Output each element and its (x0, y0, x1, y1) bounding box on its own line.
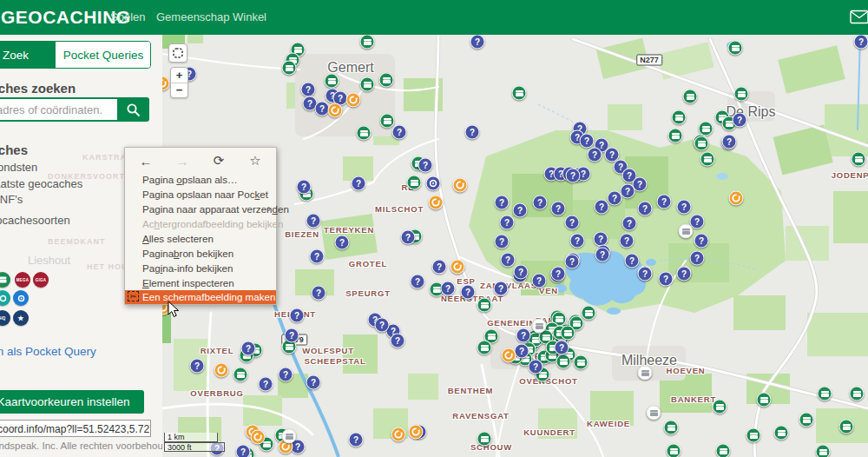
pocket-query-link[interactable]: Opslaan als Pocket Query (0, 345, 96, 358)
cache-marker-traditional-cache[interactable] (574, 355, 589, 370)
cache-marker-mystery-cache[interactable]: ? (638, 267, 653, 281)
cache-marker-multi-cache[interactable] (346, 93, 361, 108)
cache-marker-mystery-cache[interactable]: ? (500, 215, 515, 230)
cache-marker-multi-cache[interactable] (328, 103, 343, 118)
cache-marker-mystery-cache[interactable]: ? (310, 249, 325, 264)
cache-marker-traditional-cache[interactable] (360, 77, 375, 92)
context-menu-item-pagina-opslaan-als[interactable]: Pagina opslaan als… (125, 172, 276, 187)
cache-marker-mystery-cache[interactable]: ? (659, 272, 674, 287)
context-menu-item-pagina-info-bekijken[interactable]: Pagina-info bekijken (125, 261, 276, 275)
filter-item-mijn-dnf-s[interactable]: Mijn DNF's (0, 193, 23, 206)
cache-marker-mystery-cache[interactable]: ? (335, 235, 350, 250)
cache-marker-mystery-cache[interactable]: ? (306, 375, 321, 390)
filter-item-mijn-vondsten[interactable]: Mijn vondsten (0, 161, 37, 174)
cache-marker-mystery-cache[interactable]: ? (514, 265, 529, 280)
cache-marker-mystery-cache[interactable]: ? (190, 359, 205, 374)
cache-marker-mystery-cache[interactable]: ? (279, 368, 293, 382)
cache-marker-traditional-cache[interactable] (561, 326, 575, 341)
cache-marker-traditional-cache[interactable] (233, 368, 248, 382)
cache-type-badge-traditional[interactable] (0, 272, 10, 288)
cache-marker-mystery-cache[interactable]: ? (501, 253, 516, 268)
cache-marker-traditional-cache[interactable] (477, 341, 492, 355)
cache-marker-multi-cache[interactable] (450, 260, 465, 275)
cache-marker-other-cache[interactable] (282, 429, 297, 444)
cache-marker-mystery-cache[interactable]: ? (588, 148, 602, 162)
cache-type-badge-mega-event[interactable]: MEGA (15, 272, 30, 288)
cache-marker-mystery-cache[interactable]: ? (236, 445, 251, 457)
cache-marker-traditional-cache[interactable] (582, 306, 596, 321)
cache-marker-multi-cache[interactable] (429, 195, 444, 210)
cache-marker-mystery-cache[interactable]: ? (622, 216, 637, 231)
cache-marker-mystery-cache[interactable]: ? (620, 234, 635, 248)
cache-marker-traditional-cache[interactable] (407, 176, 422, 190)
cache-marker-mystery-cache[interactable]: ? (285, 328, 299, 343)
cache-marker-traditional-cache[interactable] (477, 432, 492, 447)
cache-marker-mystery-cache[interactable]: ? (290, 308, 305, 323)
cache-marker-traditional-cache[interactable] (477, 298, 492, 313)
cache-marker-other-cache[interactable] (638, 366, 653, 381)
cache-marker-mystery-cache[interactable]: ? (532, 274, 547, 288)
cache-marker-mystery-cache[interactable]: ? (441, 281, 456, 296)
cache-marker-mystery-cache[interactable]: ? (470, 35, 485, 50)
cache-marker-mystery-cache[interactable]: ? (418, 158, 433, 173)
cache-marker-mystery-cache[interactable]: ? (465, 125, 480, 140)
cache-marker-mystery-cache[interactable]: ? (513, 203, 528, 218)
cache-marker-mystery-cache[interactable]: ? (312, 286, 326, 301)
cache-marker-mystery-cache[interactable]: ? (690, 251, 705, 266)
cache-marker-mystery-cache[interactable]: ? (301, 83, 316, 97)
cache-marker-mystery-cache[interactable]: ? (677, 200, 692, 215)
tab-pocket-queries[interactable]: Pocket Queries (55, 42, 151, 68)
cache-marker-mystery-cache[interactable]: ? (722, 135, 737, 149)
cache-marker-mystery-cache[interactable]: ? (555, 341, 569, 355)
nav-item-gemeenschap[interactable]: Gemeenschap (156, 10, 230, 23)
nav-item-winkel[interactable]: Winkel (233, 10, 266, 23)
cache-marker-traditional-cache[interactable] (734, 87, 749, 102)
cache-marker-traditional-cache[interactable] (716, 444, 731, 457)
cache-marker-mystery-cache[interactable]: ? (375, 318, 390, 333)
cache-marker-mystery-cache[interactable]: ? (733, 113, 747, 128)
cache-marker-mystery-cache[interactable]: ? (241, 341, 256, 356)
cache-marker-mystery-cache[interactable]: ? (608, 191, 622, 206)
cache-marker-traditional-cache[interactable] (282, 61, 297, 76)
cache-marker-mystery-cache[interactable]: ? (625, 254, 640, 268)
cache-marker-mystery-cache[interactable]: ? (565, 215, 580, 230)
cache-type-badge-cito[interactable] (0, 290, 10, 306)
cache-marker-mystery-cache[interactable]: ? (551, 202, 566, 216)
cache-marker-mystery-cache[interactable]: ? (494, 281, 509, 296)
cache-marker-mystery-cache[interactable]: ? (551, 267, 566, 281)
cache-type-badge-event[interactable] (13, 290, 29, 306)
cache-marker-mystery-cache[interactable]: ? (392, 125, 407, 140)
cache-marker-traditional-cache[interactable] (700, 152, 715, 167)
cache-marker-traditional-cache[interactable] (667, 444, 681, 457)
search-input[interactable] (0, 97, 128, 122)
cache-marker-traditional-cache[interactable] (512, 86, 527, 101)
cache-marker-mystery-cache[interactable]: ? (657, 195, 672, 209)
cache-marker-multi-cache[interactable] (391, 427, 406, 442)
cache-marker-traditional-cache[interactable] (816, 445, 831, 457)
cache-marker-mystery-cache[interactable]: ? (638, 202, 653, 216)
cache-marker-traditional-cache[interactable] (556, 354, 571, 369)
cache-marker-mystery-cache[interactable]: ? (595, 248, 610, 262)
cache-marker-traditional-cache[interactable] (818, 387, 832, 401)
cache-marker-mystery-cache[interactable]: ? (533, 195, 548, 210)
cache-marker-virtual-cache[interactable] (426, 176, 441, 191)
search-button[interactable] (117, 97, 149, 122)
cache-marker-mystery-cache[interactable]: ? (595, 200, 609, 215)
cache-marker-traditional-cache[interactable] (325, 74, 339, 89)
cache-marker-traditional-cache[interactable] (672, 110, 687, 125)
bookmark-star-icon[interactable]: ☆ (247, 153, 264, 169)
cache-marker-mystery-cache[interactable]: ? (259, 377, 273, 392)
cache-marker-traditional-cache[interactable] (852, 152, 866, 167)
cache-marker-mystery-cache[interactable]: ? (529, 360, 543, 374)
cache-marker-other-cache[interactable] (647, 406, 661, 421)
cache-marker-multi-cache[interactable] (214, 363, 229, 378)
context-menu-item-een-schermafbeelding-maken[interactable]: ✂Een schermafbeelding maken (125, 290, 276, 304)
cache-marker-mystery-cache[interactable]: ? (349, 433, 364, 447)
cache-marker-traditional-cache[interactable] (664, 421, 679, 435)
nav-item-spelen[interactable]: Spelen (110, 10, 145, 23)
cache-marker-traditional-cache[interactable] (850, 387, 865, 401)
context-menu-item-element-inspecteren[interactable]: Element inspecteren (125, 275, 276, 290)
cache-marker-mystery-cache[interactable]: ? (580, 134, 595, 149)
cache-marker-traditional-cache[interactable] (746, 428, 761, 443)
cache-marker-traditional-cache[interactable] (380, 114, 395, 129)
